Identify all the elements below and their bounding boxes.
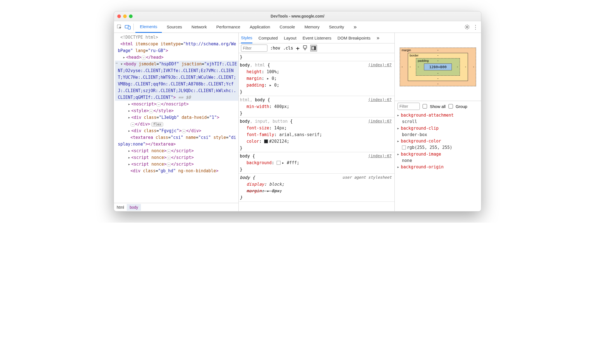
padding-bottom-value: - bbox=[437, 71, 438, 75]
hov-toggle[interactable]: :hov bbox=[270, 46, 280, 51]
style-rules[interactable]: }body, html {(index):67height: 100%;marg… bbox=[239, 53, 394, 211]
tab-console[interactable]: Console bbox=[275, 21, 299, 33]
svg-point-3 bbox=[466, 26, 468, 28]
box-model-margin-label: margin bbox=[402, 48, 411, 52]
computed-filter-input[interactable] bbox=[398, 103, 420, 110]
padding-right-value: - bbox=[457, 65, 458, 69]
padding-left-value: - bbox=[418, 65, 419, 69]
margin-top-value: - bbox=[437, 48, 438, 52]
tab-sources[interactable]: Sources bbox=[162, 21, 187, 33]
main-tabs: Elements Sources Network Performance App… bbox=[114, 21, 481, 33]
right-sidebar: margin - - - - border - - - - padding bbox=[395, 33, 481, 211]
styles-subtabs: Styles Computed Layout Event Listeners D… bbox=[239, 33, 394, 43]
computed-toolbar: Show all Group bbox=[395, 101, 481, 112]
tab-application[interactable]: Application bbox=[245, 21, 274, 33]
margin-left-value: - bbox=[402, 65, 403, 69]
group-checkbox[interactable] bbox=[448, 104, 453, 109]
elements-panel: <!DOCTYPE html> <html itemscope itemtype… bbox=[114, 33, 239, 211]
subtab-dom-breakpoints[interactable]: DOM Breakpoints bbox=[338, 33, 370, 43]
window-controls bbox=[117, 14, 133, 18]
more-tabs-button[interactable]: » bbox=[349, 21, 361, 33]
settings-icon[interactable] bbox=[463, 23, 471, 31]
tab-performance[interactable]: Performance bbox=[212, 21, 245, 33]
toggle-sidebar-button[interactable] bbox=[310, 45, 317, 51]
subtab-computed[interactable]: Computed bbox=[259, 33, 278, 43]
inspect-element-icon[interactable] bbox=[116, 23, 123, 31]
tab-network[interactable]: Network bbox=[187, 21, 211, 33]
breadcrumb: html body bbox=[114, 203, 238, 211]
minimize-window-button[interactable] bbox=[123, 14, 127, 18]
crumb-body[interactable]: body bbox=[127, 204, 141, 211]
subtab-event-listeners[interactable]: Event Listeners bbox=[303, 33, 331, 43]
subtab-layout[interactable]: Layout bbox=[284, 33, 296, 43]
tab-security[interactable]: Security bbox=[325, 21, 348, 33]
dom-tree[interactable]: <!DOCTYPE html> <html itemscope itemtype… bbox=[114, 33, 238, 203]
group-label: Group bbox=[456, 104, 467, 109]
margin-bottom-value: - bbox=[437, 82, 438, 86]
border-left-value: - bbox=[410, 65, 411, 69]
cls-toggle[interactable]: .cls bbox=[283, 46, 293, 51]
subtab-styles[interactable]: Styles bbox=[241, 33, 252, 43]
window-title: DevTools - www.google.com/ bbox=[114, 14, 481, 18]
tab-memory[interactable]: Memory bbox=[300, 21, 324, 33]
new-style-rule-button[interactable]: + bbox=[296, 45, 299, 52]
show-all-checkbox[interactable] bbox=[423, 104, 427, 109]
box-model-content-size: 1280×800 bbox=[424, 63, 452, 70]
box-model[interactable]: margin - - - - border - - - - padding bbox=[395, 33, 481, 101]
box-model-padding-label: padding bbox=[418, 59, 429, 62]
svg-rect-6 bbox=[314, 46, 316, 50]
border-top-value: - bbox=[437, 53, 438, 57]
copy-styles-icon[interactable] bbox=[303, 45, 308, 51]
more-subtabs-button[interactable]: » bbox=[377, 33, 379, 43]
svg-rect-2 bbox=[128, 26, 130, 29]
styles-toolbar: :hov .cls + bbox=[239, 43, 394, 53]
maximize-window-button[interactable] bbox=[129, 14, 133, 18]
divider bbox=[133, 24, 134, 30]
tab-elements[interactable]: Elements bbox=[135, 21, 162, 33]
computed-properties[interactable]: ▸background-attachment scroll▸background… bbox=[395, 112, 481, 211]
devtools-window: DevTools - www.google.com/ Elements Sour… bbox=[114, 11, 481, 211]
crumb-html[interactable]: html bbox=[114, 204, 127, 211]
kebab-menu-icon[interactable]: ⋮ bbox=[472, 23, 479, 31]
styles-panel: Styles Computed Layout Event Listeners D… bbox=[239, 33, 395, 211]
titlebar: DevTools - www.google.com/ bbox=[114, 11, 481, 21]
border-right-value: - bbox=[465, 65, 466, 69]
close-window-button[interactable] bbox=[117, 14, 121, 18]
border-bottom-value: - bbox=[437, 77, 438, 80]
svg-rect-4 bbox=[303, 46, 307, 48]
device-toolbar-icon[interactable] bbox=[124, 23, 132, 31]
styles-filter-input[interactable] bbox=[241, 45, 267, 52]
show-all-label: Show all bbox=[430, 104, 446, 109]
padding-top-value: - bbox=[437, 59, 438, 63]
margin-right-value: - bbox=[473, 65, 474, 69]
box-model-border-label: border bbox=[410, 54, 419, 57]
